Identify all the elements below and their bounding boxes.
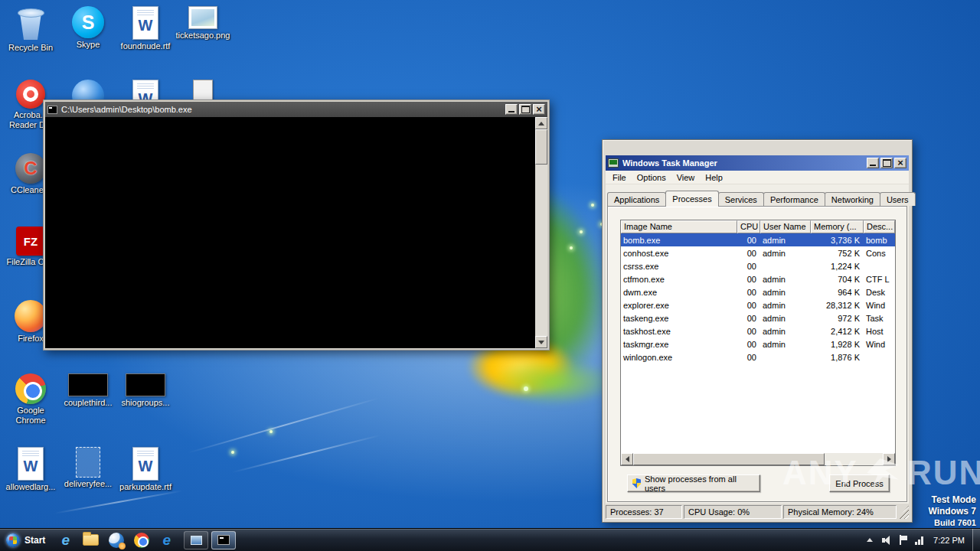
screen: Recycle BinSkypefoundnude.rtfticketsago.… xyxy=(0,0,980,551)
process-row-ctfmon.exe[interactable]: ctfmon.exe00admin704 KCTF L xyxy=(621,272,895,285)
tm-menubar: FileOptionsViewHelp xyxy=(606,171,909,184)
tab-users[interactable]: Users xyxy=(880,192,916,206)
column-header-c-cpu[interactable]: CPU xyxy=(737,220,760,233)
tab-applications[interactable]: Applications xyxy=(607,192,666,206)
process-row-dwm.exe[interactable]: dwm.exe00admin964 KDesk xyxy=(621,285,895,298)
start-button[interactable]: Start xyxy=(0,529,53,551)
cmd-close-button[interactable] xyxy=(533,104,545,115)
cell-memory: 1,224 K xyxy=(811,262,864,271)
desktop-icon-label: ticketsago.png xyxy=(175,31,231,41)
process-row-csrss.exe[interactable]: csrss.exe001,224 K xyxy=(621,259,895,272)
os-line: Windows 7 xyxy=(928,506,976,517)
edge-taskbar-button[interactable]: e xyxy=(156,530,177,550)
cell-cpu: 00 xyxy=(737,301,760,310)
tab-performance[interactable]: Performance xyxy=(763,192,825,206)
cmd-icon xyxy=(217,535,230,545)
tab-networking[interactable]: Networking xyxy=(825,192,880,206)
folder-taskbar-button[interactable] xyxy=(80,530,101,550)
desktop-icon-label: Google Chrome xyxy=(2,406,59,425)
ie-taskbar-button[interactable]: e xyxy=(55,530,76,550)
process-row-conhost.exe[interactable]: conhost.exe00admin752 KCons xyxy=(621,246,895,259)
column-header-c-img[interactable]: Image Name xyxy=(621,220,737,233)
process-row-taskhost.exe[interactable]: taskhost.exe00admin2,412 KHost xyxy=(621,324,895,337)
cell-cpu: 00 xyxy=(737,275,760,284)
cmd-minimize-button[interactable] xyxy=(505,104,518,115)
scroll-up-button[interactable] xyxy=(535,117,547,129)
menu-file[interactable]: File xyxy=(607,171,632,184)
volume-icon[interactable] xyxy=(882,536,890,545)
taskbar-window-button-cmd[interactable] xyxy=(211,531,236,549)
process-list-header: Image NameCPUUser NameMemory (...Desc... xyxy=(621,220,895,233)
taskbar-window-button-window[interactable] xyxy=(184,531,208,549)
chrome-taskbar-button[interactable] xyxy=(131,530,152,550)
desktop-icon-deliveryfee[interactable]: deliveryfee... xyxy=(60,447,116,489)
status-processes: Processes: 37 xyxy=(606,505,682,519)
hidden-icons-arrow[interactable] xyxy=(867,538,873,542)
cell-user: admin xyxy=(760,249,811,258)
test-mode-label: Test Mode Windows 7 Build 7601 xyxy=(928,494,976,529)
tm-minimize-button[interactable] xyxy=(867,158,879,168)
cell-desc: bomb xyxy=(864,236,895,245)
process-row-bomb.exe[interactable]: bomb.exe00admin3,736 Kbomb xyxy=(621,233,895,246)
taskbar: Start ee 7:22 PM xyxy=(0,528,980,551)
resize-grip[interactable] xyxy=(898,505,909,519)
menu-help[interactable]: Help xyxy=(700,171,728,184)
vscroll-track[interactable] xyxy=(535,165,547,336)
desktop-icon-shiogroups[interactable]: shiogroups... xyxy=(118,373,173,408)
column-header-c-user[interactable]: User Name xyxy=(760,220,811,233)
anyrun-brand-left: ANY xyxy=(782,454,858,492)
desktop-icon-couplethird[interactable]: couplethird... xyxy=(60,373,116,408)
tm-maximize-button[interactable] xyxy=(880,158,893,168)
cell-user: admin xyxy=(760,314,811,323)
tm-tabs: ApplicationsProcessesServicesPerformance… xyxy=(606,184,909,206)
windows-start-icon xyxy=(6,533,20,547)
desktop-icon-parkupdate-rtf[interactable]: parkupdate.rtf xyxy=(118,447,173,492)
black-thumb-icon xyxy=(68,373,108,396)
ccleaner-icon xyxy=(15,153,46,184)
clock[interactable]: 7:22 PM xyxy=(933,536,965,545)
tm-close-button[interactable] xyxy=(894,158,906,168)
desktop-icon-ticketsago-png[interactable]: ticketsago.png xyxy=(175,6,230,41)
desktop-icon-skype[interactable]: Skype xyxy=(60,6,116,50)
tm-title-bar[interactable]: Windows Task Manager xyxy=(606,155,909,171)
cell-memory: 972 K xyxy=(811,314,864,323)
word-doc-icon xyxy=(132,6,158,40)
desktop-icon-google-chrome[interactable]: Google Chrome xyxy=(3,373,58,425)
cell-image: csrss.exe xyxy=(621,262,737,271)
tab-processes[interactable]: Processes xyxy=(665,191,718,207)
menu-view[interactable]: View xyxy=(671,171,701,184)
vscroll-thumb[interactable] xyxy=(535,129,547,165)
desktop-icon-label: Recycle Bin xyxy=(2,43,59,53)
cmd-vscrollbar[interactable] xyxy=(535,117,547,348)
network-icon[interactable] xyxy=(915,536,923,545)
process-row-winlogon.exe[interactable]: winlogon.exe001,876 K xyxy=(621,350,895,364)
column-header-c-mem[interactable]: Memory (... xyxy=(811,220,864,233)
cell-cpu: 00 xyxy=(737,314,760,323)
scroll-down-button[interactable] xyxy=(535,336,547,348)
show-desktop-button[interactable] xyxy=(972,529,980,551)
cell-desc: Task xyxy=(864,314,895,323)
media-player-taskbar-button[interactable] xyxy=(106,530,126,550)
desktop-icon-recycle-bin[interactable]: Recycle Bin xyxy=(3,6,58,53)
desktop-icon-foundnude-rtf[interactable]: foundnude.rtf xyxy=(118,6,173,51)
desktop-icon-allowedlarg[interactable]: allowedlarg... xyxy=(3,447,58,492)
cmd-title-bar[interactable]: C:\Users\admin\Desktop\bomb.exe xyxy=(45,102,547,117)
menu-options[interactable]: Options xyxy=(632,171,671,184)
action-center-flag-icon[interactable] xyxy=(898,535,907,545)
desktop-icon-label: couplethird... xyxy=(60,398,116,408)
process-row-explorer.exe[interactable]: explorer.exe00admin28,312 KWind xyxy=(621,298,895,311)
process-row-taskeng.exe[interactable]: taskeng.exe00admin972 KTask xyxy=(621,311,895,324)
taskbar-window-buttons xyxy=(182,529,237,551)
skype-icon xyxy=(72,6,104,38)
console-output-area[interactable] xyxy=(45,117,535,348)
tab-services[interactable]: Services xyxy=(718,192,764,206)
show-all-users-button[interactable]: Show processes from all users xyxy=(627,474,760,492)
scroll-left-button[interactable] xyxy=(621,453,633,465)
start-label: Start xyxy=(24,535,45,546)
process-row-taskmgr.exe[interactable]: taskmgr.exe00admin1,928 KWind xyxy=(621,337,895,350)
desktop-icon-label: parkupdate.rtf xyxy=(117,482,174,492)
edge-icon: e xyxy=(163,533,172,547)
cmd-maximize-button[interactable] xyxy=(519,104,531,115)
anyrun-brand-right: RUN xyxy=(907,454,980,492)
column-header-c-desc[interactable]: Desc... xyxy=(864,220,895,233)
